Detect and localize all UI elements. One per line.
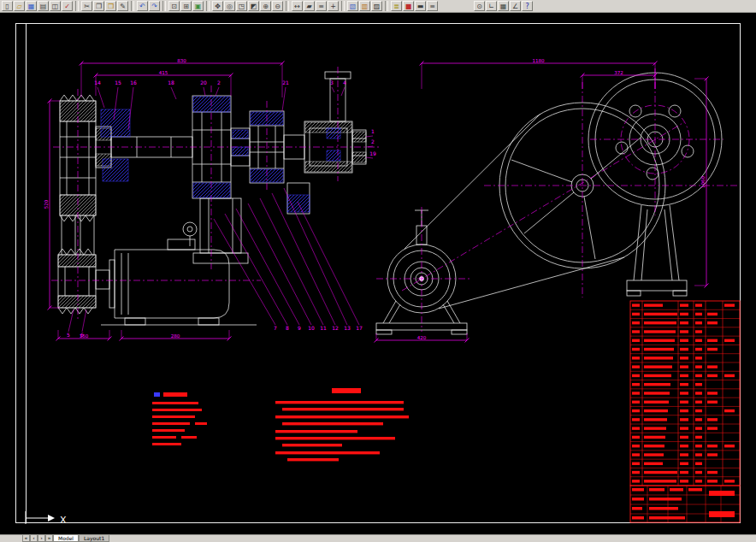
drawing-canvas[interactable]: 83041552015028011803721060420 1415161820… — [0, 0, 756, 542]
tab-nav-button[interactable]: › — [38, 535, 45, 542]
ortho-icon[interactable]: ∟ — [486, 1, 497, 11]
layers-icon[interactable]: ≣ — [391, 1, 402, 11]
tool-palettes-icon[interactable]: ▨ — [371, 1, 382, 11]
toolbar-separator — [286, 1, 289, 11]
svg-text:17: 17 — [356, 325, 363, 331]
svg-text:7: 7 — [274, 325, 277, 331]
svg-text:830: 830 — [177, 58, 186, 63]
svg-text:9: 9 — [298, 325, 301, 331]
insert-block-icon[interactable]: ⊡ — [168, 1, 180, 11]
model-space-background[interactable] — [0, 11, 756, 537]
toolbar-separator — [385, 1, 388, 11]
pan-icon[interactable]: ✥ — [212, 1, 223, 11]
toolbar-separator — [162, 1, 166, 11]
svg-text:1060: 1060 — [700, 176, 706, 188]
undo-icon[interactable]: ↶ — [137, 1, 148, 11]
svg-text:420: 420 — [417, 335, 427, 340]
plot-preview-icon[interactable]: ◫ — [50, 1, 61, 11]
ucs-icon[interactable]: ∠ — [510, 1, 521, 11]
new-icon[interactable]: ▯ — [2, 1, 13, 11]
color-control-icon[interactable]: ■ — [403, 1, 414, 11]
svg-text:19: 19 — [369, 150, 376, 156]
svg-text:4: 4 — [343, 80, 346, 85]
design-center-icon[interactable]: ▥ — [359, 1, 370, 11]
svg-text:520: 520 — [44, 199, 49, 209]
svg-text:8: 8 — [286, 325, 289, 331]
toolbar-separator — [75, 1, 79, 11]
zoom-realtime-icon[interactable]: ◎ — [224, 1, 235, 11]
svg-text:16: 16 — [130, 80, 137, 85]
svg-text:280: 280 — [171, 333, 180, 339]
svg-text:13: 13 — [344, 325, 351, 331]
sheet-tab-layout1[interactable]: Layout1 — [79, 535, 109, 542]
paste-icon[interactable]: ❒ — [105, 1, 116, 11]
toolbar-separator — [341, 1, 345, 11]
svg-text:1180: 1180 — [533, 58, 545, 63]
svg-text:5: 5 — [67, 332, 70, 338]
save-icon[interactable]: ▦ — [26, 1, 37, 11]
svg-text:20: 20 — [200, 80, 207, 85]
svg-text:10: 10 — [308, 325, 315, 331]
properties-icon[interactable]: ▧ — [347, 1, 358, 11]
svg-text:2: 2 — [217, 80, 221, 85]
svg-text:14: 14 — [94, 80, 101, 85]
svg-text:6: 6 — [80, 332, 84, 338]
plot-icon[interactable]: ▤ — [38, 1, 49, 11]
zoom-previous-icon[interactable]: ◩ — [248, 1, 259, 11]
svg-text:11: 11 — [320, 325, 327, 331]
open-icon[interactable]: ▱ — [14, 1, 25, 11]
zoom-in-icon[interactable]: ⊕ — [260, 1, 271, 11]
grid-icon[interactable]: ▦ — [498, 1, 509, 11]
toolbar: ▯▱▦▤◫✓✂❐❒✎↶↷⊡⊞▣✥◎◳◩⊕⊖↔▰≡+▧▥▨≣■▬≡⊙∟▦∠? — [0, 0, 756, 13]
distance-icon[interactable]: ↔ — [292, 1, 303, 11]
cut-icon[interactable]: ✂ — [81, 1, 92, 11]
x-axis-label: X — [60, 515, 67, 526]
svg-text:415: 415 — [159, 70, 168, 75]
spelling-icon[interactable]: ✓ — [62, 1, 73, 11]
cad-application-window: 83041552015028011803721060420 1415161820… — [0, 0, 756, 542]
toolbar-separator — [206, 1, 210, 11]
svg-text:21: 21 — [282, 80, 289, 85]
list-icon[interactable]: ≡ — [316, 1, 327, 11]
redo-icon[interactable]: ↷ — [149, 1, 160, 11]
svg-text:2: 2 — [371, 138, 375, 144]
sheet-tab-model[interactable]: Model — [53, 535, 79, 542]
svg-text:1: 1 — [371, 128, 375, 134]
svg-text:372: 372 — [614, 70, 623, 75]
copy-icon[interactable]: ❐ — [93, 1, 104, 11]
toolbar-separator — [131, 1, 134, 11]
tab-nav-button[interactable]: « — [22, 535, 30, 542]
sheet-tab-bar: «‹›»ModelLayout1 — [0, 534, 756, 542]
linetype-icon[interactable]: ▬ — [415, 1, 426, 11]
svg-text:18: 18 — [168, 80, 174, 85]
tab-nav-button[interactable]: ‹ — [30, 535, 38, 542]
zoom-out-icon[interactable]: ⊖ — [272, 1, 283, 11]
image-icon[interactable]: ▣ — [192, 1, 204, 11]
tab-nav-button[interactable]: » — [45, 535, 53, 542]
locate-point-icon[interactable]: + — [328, 1, 339, 11]
svg-text:3: 3 — [330, 80, 334, 85]
zoom-window-icon[interactable]: ◳ — [236, 1, 247, 11]
lineweight-icon[interactable]: ≡ — [427, 1, 438, 11]
svg-text:12: 12 — [332, 325, 339, 331]
svg-text:15: 15 — [115, 80, 121, 85]
match-properties-icon[interactable]: ✎ — [117, 1, 128, 11]
osnap-icon[interactable]: ⊙ — [474, 1, 485, 11]
xref-icon[interactable]: ⊞ — [180, 1, 192, 11]
help-icon[interactable]: ? — [522, 1, 533, 11]
area-icon[interactable]: ▰ — [304, 1, 315, 11]
